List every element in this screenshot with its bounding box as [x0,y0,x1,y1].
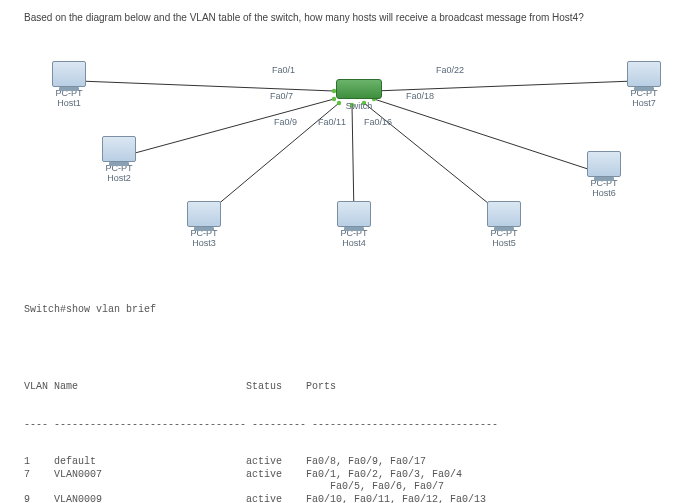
svg-line-2 [124,99,334,156]
pc-icon [52,61,86,87]
svg-line-7 [374,81,634,91]
host5-label: Host5 [479,238,529,248]
cli-header-row: VLAN Name Status Ports [24,381,676,394]
host5-node: PC-PT Host5 [479,201,529,248]
pc-icon [587,151,621,177]
cli-rows: 1 default active Fa0/8, Fa0/9, Fa0/17 7 … [24,456,676,503]
svg-line-1 [79,81,334,91]
svg-line-4 [352,105,354,216]
port-fa022: Fa0/22 [436,65,464,75]
port-fa09: Fa0/9 [274,117,297,127]
host1-label: Host1 [44,98,94,108]
network-diagram: Switch PC-PT Host1 PC-PT Host2 PC-PT Hos… [24,31,674,261]
port-fa011: Fa0/11 [318,117,346,127]
pc-icon [102,136,136,162]
host7-label: Host7 [619,98,669,108]
cli-divider: ---- -------------------------------- --… [24,419,676,432]
cli-command: Switch#show vlan brief [24,304,676,317]
pc-icon [627,61,661,87]
port-fa016: Fa0/16 [364,117,392,127]
host3-label: Host3 [179,238,229,248]
host6-node: PC-PT Host6 [579,151,629,198]
cli-output: Switch#show vlan brief VLAN Name Status … [24,279,676,503]
port-fa01: Fa0/1 [272,65,295,75]
pc-icon [487,201,521,227]
host1-node: PC-PT Host1 [44,61,94,108]
host7-node: PC-PT Host7 [619,61,669,108]
pc-icon [337,201,371,227]
port-fa07: Fa0/7 [270,91,293,101]
pc-icon [187,201,221,227]
host4-node: PC-PT Host4 [329,201,379,248]
host4-label: Host4 [329,238,379,248]
switch-icon [336,79,382,99]
question-text: Based on the diagram below and the VLAN … [24,12,676,23]
port-fa018: Fa0/18 [406,91,434,101]
host6-label: Host6 [579,188,629,198]
switch-node: Switch [329,79,389,111]
switch-label: Switch [329,101,389,111]
host3-node: PC-PT Host3 [179,201,229,248]
host2-label: Host2 [94,173,144,183]
cli-blank [24,344,676,357]
host2-node: PC-PT Host2 [94,136,144,183]
svg-line-6 [374,99,594,171]
